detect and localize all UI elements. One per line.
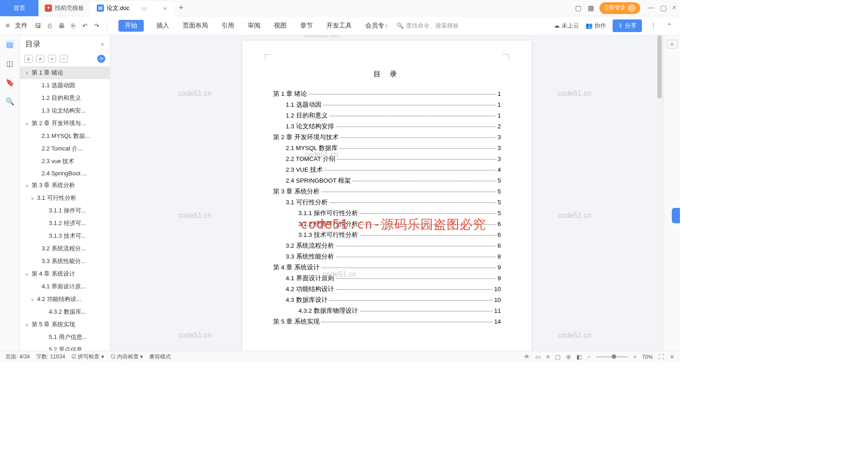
collapse-all-icon[interactable]: ∨ [24,55,33,63]
tab-template[interactable]: ✦找稻壳模板 [38,0,90,16]
menu-member[interactable]: 会员专 [364,20,388,32]
outline-node[interactable]: ∨第 4 章 系统设计 [20,268,110,280]
menu-layout[interactable]: 页面布局 [182,20,209,32]
toc-row: 2.1 MYSQL 数据库3 [273,144,501,152]
save-icon[interactable]: 🖫 [33,21,43,31]
template-icon: ✦ [45,5,52,12]
toc-row: 第 2 章 开发环境与技术3 [273,133,501,141]
print-icon[interactable]: 🖶 [57,21,66,31]
vertical-scrollbar[interactable] [657,35,662,351]
expand-all-icon[interactable]: ∧ [36,55,44,63]
compat-mode: 兼容模式 [149,353,171,361]
refresh-icon[interactable]: ⟳ [97,55,105,63]
toc-row: 第 3 章 系统分析5 [273,188,501,196]
outline-node[interactable]: 1.1 选题动因 [20,79,110,92]
command-search[interactable]: 🔍查找命令、搜索模板 [396,22,459,30]
viewmode3-icon[interactable]: ▢ [555,353,561,360]
more-icon[interactable]: ⋮ [648,21,658,31]
zoom-value[interactable]: 70% [642,354,653,360]
search-rail-icon[interactable]: 🔍 [5,97,14,106]
outline-node[interactable]: 3.3 系统性能分... [20,255,110,268]
menu-insert[interactable]: 插入 [156,20,170,32]
chapter-rail-icon[interactable]: ◫ [5,59,14,68]
minimize-icon[interactable]: — [647,4,655,12]
share-button[interactable]: ⇪分享 [613,19,642,32]
viewmode1-icon[interactable]: ▭ [535,353,541,360]
settings-icon[interactable]: ✕ [670,353,675,360]
menu-start[interactable]: 开始 [118,20,144,32]
close-tab-icon[interactable]: × [163,5,167,12]
zoom-out-icon[interactable]: − [587,353,591,360]
outline-node[interactable]: 2.3 vue 技术 [20,155,110,168]
export-icon[interactable]: ⎙ [45,21,55,31]
fullscreen-icon[interactable]: ⛶ [658,353,664,360]
login-button[interactable]: 立即登录 [599,2,640,14]
menu-view[interactable]: 视图 [273,20,288,32]
outline-node[interactable]: ∨第 2 章 开发环境与... [20,117,110,130]
menu-ref[interactable]: 引用 [221,20,235,32]
page-corner [503,54,509,61]
outline-node[interactable]: 2.2 Tomcat 介... [20,142,110,155]
collapse-ribbon-icon[interactable]: ⌃ [665,21,675,31]
page-indicator[interactable]: 页面: 4/34 [5,353,30,361]
outline-tree[interactable]: ∨第 1 章 绪论1.1 选题动因1.2 目的和意义1.3 论文结构安...∨第… [20,66,110,351]
scroll-thumb[interactable] [657,35,662,99]
new-tab-button[interactable]: + [173,3,189,13]
outline-node[interactable]: 5.2 景点信息... [20,343,110,351]
add-icon[interactable]: + [48,55,56,63]
outline-node[interactable]: 5.1 用户信息... [20,331,110,343]
outline-node[interactable]: ∨第 1 章 绪论 [20,66,110,79]
watermark: code51.cn [558,331,591,339]
outline-node[interactable]: ∨第 5 章 系统实现 [20,318,110,331]
word-count[interactable]: 字数: 11634 [36,353,65,361]
outline-node[interactable]: 4.1 界面设计原... [20,280,110,293]
content-check[interactable]: ◎ 内容检查 ▾ [110,353,143,361]
outline-node[interactable]: ∨4.2 功能结构设... [20,293,110,306]
outline-node[interactable]: 3.1.2 经济可... [20,217,110,230]
outline-node[interactable]: ∨第 3 章 系统分析 [20,179,110,192]
zoom-in-icon[interactable]: + [633,353,637,360]
redo-icon[interactable]: ↷ [92,21,102,31]
layout-icon[interactable]: ▢ [574,4,582,12]
document-canvas[interactable]: code51.cn code51.cn code51.cn code51.cn … [110,35,664,351]
right-rail-toggle[interactable]: ≡ [667,40,678,49]
outline-rail-icon[interactable]: ▤ [5,40,14,49]
side-pull-tab[interactable] [672,208,680,223]
remove-icon[interactable]: − [60,55,68,63]
undo-icon[interactable]: ↶ [80,21,90,31]
cloud-status[interactable]: ☁未上云 [554,22,579,30]
menu-chapter[interactable]: 章节 [299,20,314,32]
outline-node[interactable]: 2.1 MYSQL 数据... [20,130,110,142]
maximize-icon[interactable]: ▢ [660,4,667,12]
tab-document[interactable]: W论文.doc▭× [90,0,173,16]
tab-home[interactable]: 首页 [0,0,38,16]
outline-node[interactable]: 1.2 目的和意义 [20,92,110,104]
bookmark-rail-icon[interactable]: 🔖 [5,78,14,87]
web-layout-icon[interactable]: ⊕ [566,353,571,360]
window-mode-icon[interactable]: ▭ [142,5,147,12]
menu-dev[interactable]: 开发工具 [326,20,353,32]
outline-node[interactable]: 1.3 论文结构安... [20,104,110,117]
outline-node[interactable]: 3.1.1 操作可... [20,204,110,217]
outline-node[interactable]: ∨3.1 可行性分析 [20,192,110,204]
tab-document-label: 论文.doc [107,4,130,12]
menu-review[interactable]: 审阅 [247,20,261,32]
zoom-slider[interactable] [596,356,627,358]
print-layout-icon[interactable]: ◧ [576,353,582,360]
spellcheck-toggle[interactable]: ☑ 拼写检查 ▾ [71,353,104,361]
apps-icon[interactable]: ▦ [587,4,595,12]
collab-button[interactable]: 👥协作 [585,22,606,30]
outline-node[interactable]: 3.1.3 技术可... [20,230,110,242]
viewmode2-icon[interactable]: ≡ [546,353,550,360]
toc-row: 4.3 数据库设计10 [273,296,501,304]
outline-node[interactable]: 4.3.2 数据库... [20,306,110,318]
outline-node[interactable]: 3.2 系统流程分... [20,242,110,255]
close-window-icon[interactable]: × [672,4,676,12]
close-outline-icon[interactable]: × [100,40,104,48]
share-label: 分享 [625,22,637,30]
outline-node[interactable]: 2.4 SpringBoot ... [20,168,110,179]
file-menu[interactable]: 文件 [15,22,28,30]
hamburger-icon[interactable]: ≡ [5,22,9,30]
preview-icon[interactable]: ⎘ [68,21,78,31]
eye-icon[interactable]: 👁 [524,353,530,360]
